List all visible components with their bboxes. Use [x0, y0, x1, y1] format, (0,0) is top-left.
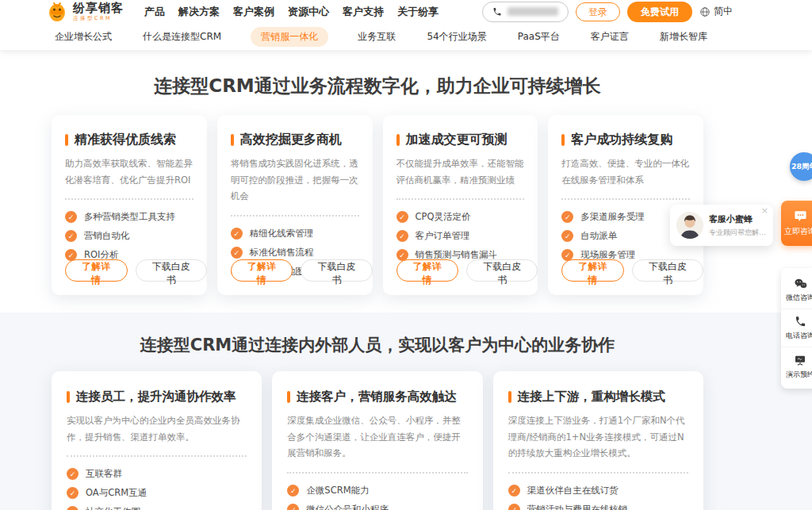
card-title: 连接员工，提升沟通协作效率 — [67, 389, 247, 405]
card-desc: 打造高效、便捷、专业的一体化在线服务管理和体系 — [561, 155, 690, 188]
login-button[interactable]: 登录 — [576, 2, 620, 21]
free-trial-button[interactable]: 免费试用 — [627, 2, 692, 22]
nav-item-support[interactable]: 客户支持 — [343, 5, 384, 19]
mascot-logo-icon — [46, 1, 68, 23]
card-connect-customers: 连接客户，营销服务高效触达 深度集成企业微信、公众号、小程序，并整合多个沟通渠道… — [272, 371, 482, 510]
tab-growth-library[interactable]: 新增长智库 — [658, 27, 709, 47]
agent-subtitle: 专业顾问帮您解答问题... — [709, 228, 767, 238]
check-icon: ✓ — [67, 487, 79, 499]
card-actions: 了解详情 下载白皮书 — [65, 259, 207, 282]
tab-testimonials[interactable]: 客户证言 — [589, 27, 630, 47]
card-desc: 将销售成功实践固化进系统，透明可控的阶段推进，把握每一次机会 — [231, 155, 359, 205]
tab-paas-platform[interactable]: PaaS平台 — [516, 27, 561, 47]
main-header: 纷享销客 连接型CRM 产品 解决方案 客户案例 资源中心 客户支持 关于纷享 — [0, 0, 812, 50]
list-item: ✓微信公众号和小程序 — [287, 504, 467, 510]
whitepaper-button[interactable]: 下载白皮书 — [301, 259, 372, 282]
check-icon: ✓ — [508, 485, 520, 497]
check-icon: ✓ — [396, 230, 408, 242]
brand-text: 纷享销客 连接型CRM — [73, 2, 124, 21]
card-desc: 不仅能提升成单效率，还能智能评估商机赢率，精准预测业绩 — [396, 155, 525, 188]
list-item: ✓社交化工作圈 — [67, 506, 247, 510]
nav-item-cases[interactable]: 客户案例 — [233, 5, 274, 19]
bullet-list: ✓渠道伙伴自主在线订货 ✓营销活动与费用在线核销 ✓上下游深度协作 — [508, 485, 688, 510]
collab-cards-row: 连接员工，提升沟通协作效率 实现以客户为中心的企业内全员高效业务协作，提升销售、… — [52, 371, 703, 510]
check-icon: ✓ — [287, 485, 299, 497]
tab-marketing-sales-service[interactable]: 营销服一体化 — [251, 27, 328, 47]
chat-assistant-tooltip[interactable]: 客服小蜜蜂 专业顾问帮您解答问题... × — [670, 205, 773, 246]
demo-booking-item[interactable]: 演示预约 — [781, 347, 812, 385]
card-title: 精准获得优质线索 — [65, 132, 193, 148]
nav-item-about[interactable]: 关于纷享 — [397, 5, 439, 19]
nav-item-products[interactable]: 产品 — [144, 5, 165, 19]
main-content: 连接型CRM通过业务流程数字化，助力企业可持续增长 精准获得优质线索 助力高效率… — [0, 0, 812, 510]
details-button[interactable]: 了解详情 — [231, 259, 293, 282]
primary-nav: 产品 解决方案 客户案例 资源中心 客户支持 关于纷享 — [144, 5, 439, 19]
header-actions: 登录 免费试用 简中 — [482, 2, 733, 22]
list-item: ✓标准化销售流程 — [231, 247, 359, 259]
phone-consult-item[interactable]: 电话咨询 — [781, 309, 812, 347]
whitepaper-button[interactable]: 下载白皮书 — [632, 259, 703, 282]
list-item: ✓营销活动与费用在线核销 — [508, 504, 688, 510]
phone-contact[interactable] — [482, 2, 569, 22]
phone-consult-label: 电话咨询 — [786, 331, 812, 341]
card-title: 连接客户，营销服务高效触达 — [287, 389, 467, 405]
phone-icon — [492, 7, 502, 17]
language-label: 简中 — [714, 5, 733, 18]
title-bar-accent — [231, 134, 234, 146]
collaboration-section: 连接型CRM通过连接内外部人员，实现以客户为中心的业务协作 连接员工，提升沟通协… — [0, 313, 812, 510]
dotted-divider — [561, 198, 690, 200]
title-bar-accent — [561, 134, 565, 146]
list-item: ✓渠道伙伴自主在线订货 — [508, 485, 688, 497]
details-button[interactable]: 了解详情 — [396, 259, 459, 282]
consult-label: 立即咨询 — [784, 226, 812, 237]
card-title: 客户成功持续复购 — [561, 132, 690, 148]
list-item: ✓CPQ灵活定价 — [396, 211, 525, 223]
close-icon[interactable]: × — [761, 206, 768, 215]
check-icon: ✓ — [67, 468, 79, 480]
wechat-icon — [794, 278, 807, 290]
check-icon: ✓ — [65, 211, 77, 223]
card-actions: 了解详情 下载白皮书 — [231, 259, 373, 282]
bullet-list: ✓企微SCRM能力 ✓微信公众号和小程序 ✓多渠道的客户服务接入 — [287, 485, 467, 510]
check-icon: ✓ — [396, 211, 408, 223]
language-switcher[interactable]: 简中 — [699, 5, 733, 18]
card-desc: 助力高效率获取线索、智能差异化潜客培育、优化广告提升ROI — [65, 155, 193, 188]
wechat-consult-item[interactable]: 微信咨询 — [781, 271, 812, 309]
tab-business-interconnect[interactable]: 业务互联 — [356, 27, 397, 47]
card-title: 连接上下游，重构增长模式 — [508, 389, 688, 405]
dotted-divider — [287, 472, 467, 474]
tab-industry-scenarios[interactable]: 54个行业场景 — [425, 27, 488, 47]
sub-nav: 企业增长公式 什么是连接型CRM 营销服一体化 业务互联 54个行业场景 Paa… — [53, 23, 709, 50]
presentation-icon — [794, 354, 806, 366]
whitepaper-button[interactable]: 下载白皮书 — [466, 259, 538, 282]
details-button[interactable]: 了解详情 — [561, 259, 624, 282]
bullet-list: ✓CPQ灵活定价 ✓客户订单管理 ✓销售预测与销售漏斗 — [396, 211, 525, 261]
brand-logo[interactable]: 纷享销客 连接型CRM — [46, 1, 124, 23]
title-bar-accent — [508, 391, 511, 403]
nav-item-resources[interactable]: 资源中心 — [288, 5, 329, 19]
check-icon: ✓ — [65, 230, 77, 242]
agent-name: 客服小蜜蜂 — [709, 213, 767, 225]
wechat-consult-label: 微信咨询 — [786, 293, 812, 303]
dotted-divider — [508, 472, 688, 474]
tab-growth-formula[interactable]: 企业增长公式 — [53, 27, 113, 47]
title-bar-accent — [67, 391, 70, 403]
page: 纷享销客 连接型CRM 产品 解决方案 客户案例 资源中心 客户支持 关于纷享 — [0, 0, 812, 510]
nav-item-solutions[interactable]: 解决方案 — [178, 5, 220, 19]
list-item: ✓精细化线索管理 — [231, 228, 359, 240]
list-item: ✓客户订单管理 — [396, 230, 525, 242]
check-icon: ✓ — [231, 247, 243, 259]
contact-side-panel: 微信咨询 电话咨询 演示预约 — [781, 268, 812, 389]
anniversary-badge[interactable]: 28周年 — [790, 152, 812, 181]
card-title: 高效挖掘更多商机 — [231, 132, 359, 148]
hero-title: 连接型CRM通过业务流程数字化，助力企业可持续增长 — [52, 74, 703, 98]
details-button[interactable]: 了解详情 — [65, 259, 128, 282]
tab-what-is-crm[interactable]: 什么是连接型CRM — [141, 27, 223, 47]
phone-icon — [795, 316, 806, 328]
card-forecast: 加速成交更可预测 不仅能提升成单效率，还能智能评估商机赢率，精准预测业绩 ✓CP… — [383, 115, 538, 295]
whitepaper-button[interactable]: 下载白皮书 — [136, 259, 207, 282]
consult-now-button[interactable]: 立即咨询 — [781, 201, 812, 246]
tooltip-text: 客服小蜜蜂 专业顾问帮您解答问题... — [709, 213, 767, 238]
card-desc: 深度连接上下游业务，打通1个厂家和N个代理商/经销商的1+N业务连接模式，可通过… — [508, 412, 688, 462]
card-actions: 了解详情 下载白皮书 — [396, 259, 538, 282]
